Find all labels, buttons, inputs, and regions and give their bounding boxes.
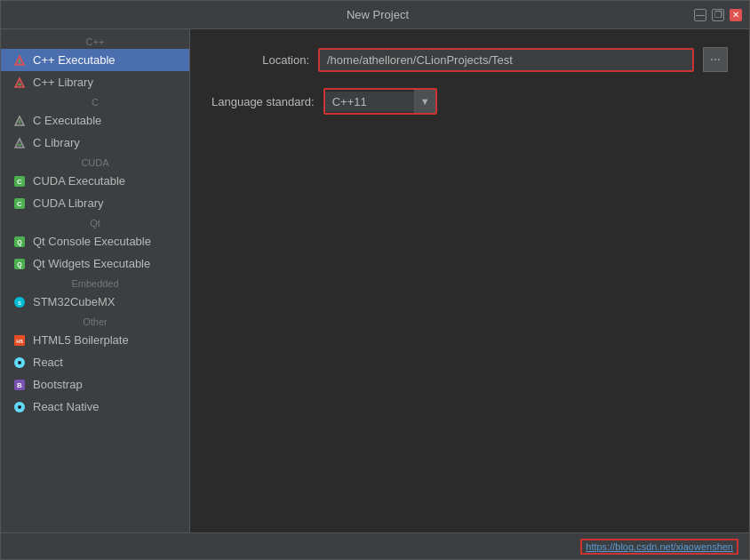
triangle-gray-icon [13, 137, 26, 149]
react-native-icon [13, 401, 26, 413]
sidebar-item-cuda-executable[interactable]: C CUDA Executable [1, 170, 189, 192]
react-icon [13, 356, 26, 369]
sidebar-item-label: C Library [33, 136, 80, 149]
section-label-qt: Qt [1, 214, 189, 230]
html5-icon: H5 [13, 334, 26, 347]
sidebar-item-label: Bootstrap [33, 378, 83, 391]
sidebar-item-stm32[interactable]: S STM32CubeMX [1, 291, 189, 313]
bottom-link[interactable]: https://blog.csdn.net/xiaowenshen [580, 539, 738, 555]
sidebar-item-cpp-library[interactable]: C++ Library [1, 71, 189, 93]
svg-text:S: S [18, 300, 21, 306]
qt-icon: Q [13, 258, 26, 270]
svg-text:B: B [17, 381, 22, 389]
stm32-icon: S [13, 296, 26, 308]
cuda-icon: C [13, 197, 26, 210]
triangle-red-icon [13, 76, 26, 89]
window-title: New Project [61, 8, 694, 21]
triangle-red-icon [13, 54, 26, 67]
sidebar-item-label: CUDA Library [33, 196, 103, 210]
sidebar-item-react[interactable]: React [1, 351, 189, 373]
sidebar-item-c-library[interactable]: C Library [1, 132, 189, 154]
bootstrap-icon: B [13, 379, 26, 391]
section-label-embedded: Embedded [1, 275, 189, 291]
svg-text:C: C [17, 178, 22, 186]
sidebar-item-cpp-executable[interactable]: C++ Executable [1, 49, 189, 71]
close-button[interactable]: ✕ [730, 9, 742, 21]
sidebar-item-label: C Executable [33, 114, 101, 127]
sidebar-item-label: STM32CubeMX [33, 295, 115, 308]
svg-text:C: C [17, 200, 22, 208]
sidebar-item-c-executable[interactable]: C Executable [1, 109, 189, 132]
sidebar-item-qt-widgets[interactable]: Q Qt Widgets Executable [1, 252, 189, 275]
browse-button[interactable]: ⋯ [703, 47, 728, 72]
sidebar-item-label: Qt Console Executable [33, 235, 151, 248]
sidebar-item-label: Qt Widgets Executable [33, 257, 150, 270]
sidebar-item-label: React [33, 356, 63, 369]
main-panel: Location: ⋯ Language standard: C++11 C++… [190, 29, 749, 532]
location-input[interactable] [318, 48, 694, 72]
cuda-icon: C [13, 175, 26, 188]
select-arrow-icon: ▼ [414, 90, 435, 113]
sidebar-item-label: HTML5 Boilerplate [33, 333, 129, 347]
section-label-cpp: C++ [1, 33, 189, 49]
sidebar: C++ C++ Executable C++ Library C [1, 29, 190, 532]
titlebar: New Project — ❐ ✕ [1, 1, 749, 29]
sidebar-item-label: CUDA Executable [33, 174, 125, 188]
triangle-gray-icon [13, 115, 26, 127]
location-label: Location: [211, 53, 309, 67]
language-label: Language standard: [211, 95, 315, 108]
svg-text:H5: H5 [16, 339, 23, 344]
section-label-other: Other [1, 313, 189, 329]
svg-marker-10 [15, 139, 24, 148]
svg-text:Q: Q [17, 239, 22, 246]
sidebar-item-label: C++ Executable [33, 53, 116, 67]
section-label-cuda: CUDA [1, 154, 189, 170]
bottom-bar: https://blog.csdn.net/xiaowenshen [1, 532, 749, 559]
svg-point-25 [18, 361, 21, 364]
sidebar-item-qt-console[interactable]: Q Qt Console Executable [1, 230, 189, 252]
window-controls: — ❐ ✕ [694, 9, 742, 21]
svg-text:Q: Q [17, 261, 22, 268]
restore-button[interactable]: ❐ [712, 9, 724, 21]
sidebar-item-cuda-library[interactable]: C CUDA Library [1, 192, 189, 214]
browse-icon: ⋯ [710, 53, 721, 66]
minimize-button[interactable]: — [694, 9, 706, 21]
section-label-c: C [1, 93, 189, 109]
svg-marker-4 [15, 78, 24, 87]
content-area: C++ C++ Executable C++ Library C [1, 29, 749, 532]
sidebar-item-html5[interactable]: H5 HTML5 Boilerplate [1, 329, 189, 351]
sidebar-item-react-native[interactable]: React Native [1, 396, 189, 418]
qt-icon: Q [13, 236, 26, 248]
language-select-wrapper: C++11 C++14 C++17 C++03 ▼ [323, 88, 437, 115]
sidebar-item-bootstrap[interactable]: B Bootstrap [1, 373, 189, 396]
sidebar-item-label: C++ Library [33, 76, 93, 89]
language-row: Language standard: C++11 C++14 C++17 C++… [211, 88, 728, 115]
language-select[interactable]: C++11 C++14 C++17 C++03 [325, 92, 414, 112]
main-window: New Project — ❐ ✕ C++ C++ Executable [0, 0, 750, 560]
sidebar-item-label: React Native [33, 400, 99, 413]
svg-point-29 [18, 405, 21, 409]
location-row: Location: ⋯ [211, 47, 728, 72]
